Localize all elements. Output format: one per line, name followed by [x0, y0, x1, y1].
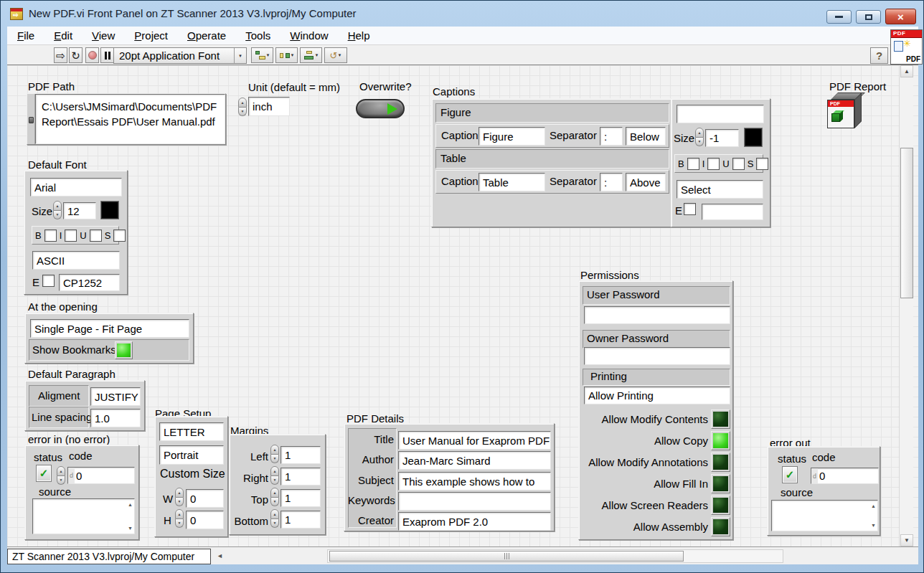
caption-font-size-field[interactable]: -1 [705, 129, 739, 147]
align-objects-button[interactable]: ▼ [251, 47, 273, 63]
caption-font-color-box[interactable] [744, 128, 763, 147]
encoding-checkbox[interactable] [42, 275, 55, 287]
font-selector-dropdown[interactable]: ▼ [234, 48, 246, 63]
italic-checkbox[interactable] [707, 158, 720, 170]
distribute-objects-button[interactable]: ▼ [275, 47, 298, 63]
left-margin-stepper[interactable]: ▲▼ [270, 445, 279, 463]
keywords-field[interactable] [398, 492, 551, 511]
run-button[interactable]: ⇨ [54, 47, 67, 63]
vertical-scrollbar-thumb[interactable] [900, 148, 913, 298]
allow-assembly-led[interactable] [711, 517, 730, 536]
left-margin-field[interactable]: 1 [280, 446, 321, 464]
top-margin-field[interactable]: 1 [280, 489, 321, 507]
right-margin-field[interactable]: 1 [280, 468, 321, 486]
encoding-checkbox[interactable] [684, 203, 696, 215]
pdf-report-refnum[interactable]: PDF [827, 93, 866, 131]
caption-font-name-field[interactable] [676, 105, 764, 123]
default-font-encoding-field[interactable]: CP1252 [59, 274, 120, 291]
menu-edit[interactable]: Edit [54, 29, 72, 42]
paper-format-ring[interactable]: LETTER [159, 422, 224, 441]
overwrite-switch[interactable] [356, 99, 405, 118]
alignment-ring[interactable]: JUSTIFY [90, 387, 141, 406]
execution-target-button[interactable]: ZT Scanner 2013 V3.lvproj/My Computer [7, 549, 211, 564]
strike-checkbox[interactable] [113, 229, 126, 242]
bottom-margin-stepper[interactable]: ▲▼ [270, 509, 279, 528]
pause-button[interactable] [100, 47, 114, 63]
menu-help[interactable]: Help [348, 29, 370, 42]
height-field[interactable]: 0 [186, 511, 224, 529]
default-font-color-box[interactable] [100, 201, 119, 219]
underline-checkbox[interactable] [90, 229, 102, 242]
error-in-source-field[interactable]: ▲ ▼ [32, 498, 135, 534]
orientation-ring[interactable]: Portrait [159, 445, 224, 465]
menu-window[interactable]: Window [290, 29, 328, 42]
scroll-up-icon[interactable]: ▲ [128, 502, 133, 507]
minimize-button[interactable] [826, 10, 852, 24]
user-password-field[interactable] [584, 306, 730, 324]
reorder-button[interactable]: ↺ ▼ [324, 47, 347, 63]
error-in-code-stepper[interactable]: ▲▼ [57, 466, 65, 485]
opening-view-ring[interactable]: Single Page - Fit Page [30, 319, 189, 338]
allow-modify-contents-led[interactable] [711, 409, 730, 429]
caption-font-size-stepper[interactable]: ▲▼ [695, 128, 704, 146]
error-in-code-field[interactable]: d 0 [67, 467, 135, 484]
printing-ring[interactable]: Allow Printing [584, 387, 730, 404]
figure-separator-field[interactable]: : [600, 127, 623, 146]
bottom-margin-field[interactable]: 1 [280, 511, 321, 529]
default-font-name-field[interactable]: Arial [30, 178, 122, 196]
figure-position-ring[interactable]: Below [626, 127, 666, 146]
allow-copy-led[interactable] [711, 431, 730, 450]
horizontal-scrollbar-thumb[interactable] [329, 551, 684, 562]
table-separator-field[interactable]: : [600, 173, 623, 191]
default-font-charset-field[interactable]: ASCII [32, 251, 120, 270]
table-position-ring[interactable]: Above [626, 173, 666, 191]
pdf-path-value[interactable]: C:\Users\JMSimard\Documents\PDF Report\E… [35, 94, 225, 144]
scroll-down-icon[interactable]: ▼ [871, 523, 876, 528]
author-field[interactable]: Jean-Marc Simard [398, 451, 551, 470]
show-bookmarks-led[interactable] [115, 341, 133, 359]
maximize-button[interactable] [856, 10, 881, 24]
menu-file[interactable]: File [17, 29, 34, 42]
owner-password-field[interactable] [584, 347, 730, 365]
scroll-up-button[interactable]: ▲ [900, 65, 913, 77]
height-stepper[interactable]: ▲▼ [175, 509, 184, 528]
caption-font-encoding-field[interactable] [702, 204, 763, 220]
right-margin-stepper[interactable]: ▲▼ [270, 466, 279, 485]
horizontal-scrollbar[interactable] [327, 549, 783, 563]
font-selector[interactable]: 20pt Application Font ▼ [113, 47, 247, 64]
italic-checkbox[interactable] [65, 229, 77, 242]
pdf-path-control[interactable]: C:\Users\JMSimard\Documents\PDF Report\E… [27, 93, 226, 145]
unit-ring[interactable]: inch [248, 97, 290, 116]
scroll-up-icon[interactable]: ▲ [871, 503, 876, 508]
vertical-scrollbar[interactable]: ▲ ▼ [899, 65, 913, 546]
scroll-left-icon[interactable]: ◄ [217, 552, 223, 559]
menu-operate[interactable]: Operate [187, 29, 226, 42]
creator-field[interactable]: Exaprom PDF 2.0 [398, 512, 551, 531]
allow-fill-in-led[interactable] [711, 474, 730, 493]
default-font-size-stepper[interactable]: ▲▼ [53, 201, 62, 219]
allow-modify-annotations-led[interactable] [711, 453, 730, 472]
figure-caption-field[interactable]: Figure [478, 127, 545, 146]
run-continuous-button[interactable]: ↻ [69, 47, 82, 63]
bold-checkbox[interactable] [687, 158, 699, 170]
error-in-status-button[interactable]: ✓ [36, 465, 52, 482]
width-field[interactable]: 0 [186, 489, 224, 508]
scroll-down-icon[interactable]: ▼ [128, 526, 133, 531]
abort-button[interactable] [85, 47, 99, 63]
resize-objects-button[interactable]: ▼ [300, 47, 322, 63]
menu-view[interactable]: View [92, 29, 115, 42]
subject-field[interactable]: This example shows how to [398, 472, 551, 491]
table-caption-field[interactable]: Table [478, 173, 545, 191]
close-button[interactable]: × [885, 9, 916, 24]
bold-checkbox[interactable] [44, 229, 57, 242]
vi-icon[interactable]: PDF ✳ PDF [890, 29, 923, 65]
top-margin-stepper[interactable]: ▲▼ [270, 488, 279, 506]
underline-checkbox[interactable] [732, 158, 745, 170]
width-stepper[interactable]: ▲▼ [175, 488, 184, 506]
line-spacing-field[interactable]: 1.0 [90, 409, 141, 427]
menu-tools[interactable]: Tools [245, 29, 270, 42]
allow-screen-readers-led[interactable] [711, 496, 730, 515]
scroll-down-button[interactable]: ▼ [900, 534, 913, 546]
context-help-button[interactable]: ? [870, 47, 888, 64]
strike-checkbox[interactable] [756, 158, 768, 170]
